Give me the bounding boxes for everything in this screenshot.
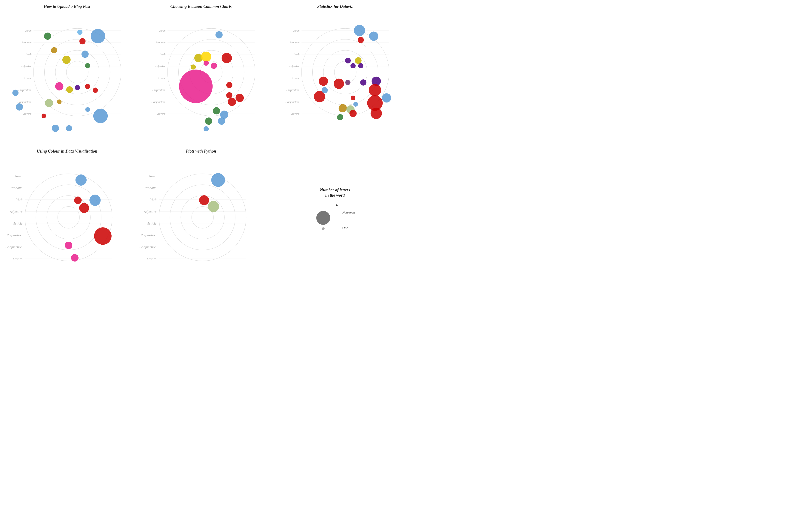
chart-cell-5: Plots with Python NounPronounVerbAdjecti…	[134, 145, 268, 266]
svg-point-72	[228, 98, 236, 106]
legend-small-circle-svg	[322, 227, 325, 231]
svg-point-103	[355, 57, 362, 64]
svg-text:Adverb: Adverb	[157, 112, 165, 115]
svg-point-64	[201, 52, 212, 62]
svg-text:Pronoun: Pronoun	[144, 186, 157, 190]
svg-text:Noun: Noun	[25, 29, 32, 32]
svg-point-170	[212, 173, 225, 187]
svg-point-144	[74, 196, 81, 204]
legend-big-circle	[316, 211, 330, 225]
svg-point-42	[167, 28, 255, 116]
chart-svg-1: NounPronounVerbAdjectiveArticlePrepositi…	[0, 10, 134, 145]
svg-point-73	[235, 94, 244, 102]
svg-point-125	[47, 195, 90, 239]
svg-text:Pronoun: Pronoun	[290, 41, 299, 44]
svg-point-78	[218, 117, 225, 125]
svg-point-39	[16, 103, 23, 111]
svg-point-33	[45, 99, 53, 107]
svg-text:Article: Article	[23, 77, 32, 80]
svg-point-124	[36, 185, 101, 250]
legend-label-one: One	[342, 226, 348, 230]
chart-grid: How to Upload a Blog Post NounPronounVer…	[0, 0, 402, 266]
svg-text:Verb: Verb	[160, 53, 165, 56]
svg-point-68	[190, 64, 196, 70]
svg-point-171	[199, 195, 209, 205]
svg-text:Adverb: Adverb	[146, 257, 157, 261]
svg-text:Adjective: Adjective	[21, 64, 32, 68]
svg-point-21	[44, 33, 51, 40]
chart-cell-3: Statistics for Dataviz NounPronounVerbAd…	[268, 0, 402, 145]
svg-text:Noun: Noun	[149, 174, 157, 178]
svg-text:Preposition: Preposition	[286, 89, 299, 92]
chart-cell-1: How to Upload a Blog Post NounPronounVer…	[0, 0, 134, 145]
svg-point-24	[51, 47, 57, 54]
svg-point-126	[58, 207, 79, 228]
legend-title: Number of lettersin the word	[320, 187, 350, 198]
svg-point-147	[94, 227, 112, 245]
chart-title-4: Using Colour in Data Visualisation	[37, 149, 97, 154]
svg-text:Verb: Verb	[294, 53, 299, 56]
svg-text:Adverb: Adverb	[291, 112, 299, 115]
svg-point-32	[93, 88, 98, 93]
svg-point-70	[226, 82, 233, 88]
svg-point-25	[81, 51, 89, 58]
svg-point-23	[79, 38, 86, 44]
svg-point-116	[349, 110, 357, 117]
svg-point-105	[358, 63, 363, 68]
svg-text:Preposition: Preposition	[18, 89, 32, 92]
chart-cell-4: Using Colour in Data Visualisation NounP…	[0, 145, 134, 266]
page: How to Upload a Blog Post NounPronounVer…	[0, 0, 402, 266]
svg-text:Noun: Noun	[15, 174, 22, 178]
svg-point-20	[77, 30, 83, 35]
svg-point-149	[71, 254, 78, 262]
svg-point-36	[41, 114, 46, 118]
svg-text:Article: Article	[292, 77, 300, 80]
svg-point-35	[85, 107, 90, 112]
svg-point-117	[337, 114, 343, 120]
chart-svg-5: NounPronounVerbAdjectiveArticlePrepositi…	[134, 155, 268, 266]
svg-point-69	[179, 70, 213, 103]
chart-title-2: Choosing Between Common Charts	[170, 4, 232, 9]
svg-point-38	[13, 90, 19, 96]
svg-text:Pronoun: Pronoun	[11, 186, 22, 190]
svg-text:Preposition: Preposition	[6, 233, 22, 237]
svg-point-29	[66, 86, 73, 93]
svg-text:Noun: Noun	[159, 29, 166, 32]
svg-point-40	[52, 125, 59, 132]
chart-area-3: NounPronounVerbAdjectiveArticlePrepositi…	[268, 10, 402, 145]
svg-text:Verb: Verb	[150, 198, 157, 202]
legend-small-circle	[322, 227, 325, 230]
svg-point-150	[159, 174, 246, 261]
svg-text:Adjective: Adjective	[289, 64, 299, 68]
svg-point-31	[85, 84, 90, 89]
legend-arrow-container: Fourteen One	[315, 203, 355, 238]
svg-text:Conjunction: Conjunction	[285, 100, 299, 103]
svg-text:Pronoun: Pronoun	[21, 41, 32, 44]
svg-text:Adverb: Adverb	[12, 257, 22, 261]
chart-svg-4: NounPronounVerbAdjectiveArticlePrepositi…	[0, 155, 134, 266]
svg-text:Conjunction: Conjunction	[5, 245, 22, 249]
svg-point-143	[75, 174, 87, 186]
svg-point-104	[350, 63, 355, 68]
legend-arrow-svg	[334, 203, 339, 238]
svg-point-121	[382, 93, 391, 102]
svg-point-27	[85, 63, 90, 68]
svg-text:Verb: Verb	[26, 53, 32, 56]
svg-text:Adjective: Adjective	[10, 210, 23, 213]
svg-text:Article: Article	[147, 222, 157, 225]
svg-text:Adverb: Adverb	[23, 112, 32, 115]
svg-point-114	[339, 104, 347, 112]
svg-point-41	[66, 125, 72, 131]
legend-label-fourteen: Fourteen	[342, 210, 355, 214]
svg-text:Adjective: Adjective	[154, 64, 165, 68]
chart-title-3: Statistics for Dataviz	[317, 4, 352, 9]
chart-title-1: How to Upload a Blog Post	[44, 4, 90, 9]
legend-arrow-head	[336, 203, 338, 206]
chart-svg-2: NounPronounVerbAdjectiveArticlePrepositi…	[134, 10, 268, 145]
svg-point-107	[334, 79, 344, 89]
svg-point-30	[75, 85, 80, 90]
svg-point-26	[62, 56, 71, 64]
svg-point-71	[226, 92, 233, 98]
svg-point-119	[369, 84, 381, 96]
svg-point-146	[79, 203, 89, 213]
